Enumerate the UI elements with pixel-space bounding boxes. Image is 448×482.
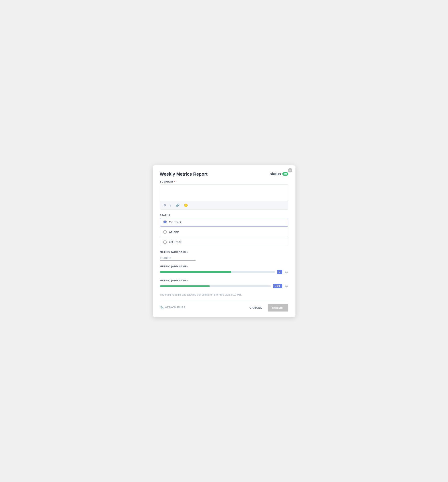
summary-label: SUMMARY* xyxy=(160,180,288,183)
attach-files-button[interactable]: 📎 ATTACH FILES xyxy=(160,306,185,309)
metric-1-title: METRIC (ADD NAME) xyxy=(160,251,288,253)
cancel-button[interactable]: CANCEL xyxy=(247,304,265,311)
metric-3-value-badge: 70% xyxy=(273,284,282,288)
status-radio-off-track[interactable] xyxy=(163,240,167,244)
modal-header: Weekly Metrics Report status net xyxy=(160,172,288,177)
metric-2-slider-fill xyxy=(160,271,231,273)
metric-3-remove-button[interactable]: ⊗ xyxy=(284,284,288,289)
modal-title: Weekly Metrics Report xyxy=(160,172,208,177)
link-button[interactable]: 🔗 xyxy=(175,203,181,208)
status-label-off-track: Off Track xyxy=(169,240,182,244)
metric-3-title: METRIC (ADD NAME) xyxy=(160,279,288,282)
emoji-button[interactable]: 🙂 xyxy=(183,203,189,208)
summary-textarea[interactable] xyxy=(160,185,288,200)
status-option-at-risk[interactable]: At Risk xyxy=(160,228,288,236)
metric-2-slider-row: 9 ⊗ xyxy=(160,270,288,275)
metric-2-value-badge: 9 xyxy=(277,270,282,274)
metric-2-block: METRIC (ADD NAME) 9 ⊗ xyxy=(160,265,288,275)
editor-toolbar: B I 🔗 🙂 xyxy=(160,201,288,209)
metric-2-slider-track[interactable] xyxy=(160,271,275,273)
status-option-on-track[interactable]: On Track xyxy=(160,218,288,226)
required-star: * xyxy=(174,180,175,183)
metric-1-input[interactable] xyxy=(160,255,196,261)
status-section: STATUS On Track At Risk Off Track xyxy=(160,214,288,246)
modal-footer: 📎 ATTACH FILES CANCEL SUBMIT xyxy=(160,300,288,312)
footer-actions: CANCEL SUBMIT xyxy=(247,304,288,312)
italic-button[interactable]: I xyxy=(169,203,172,208)
summary-editor: B I 🔗 🙂 xyxy=(160,184,288,209)
page-wrapper: Weekly Metrics Report status net × SUMMA… xyxy=(0,0,448,482)
metric-3-slider-row: 70% ⊗ xyxy=(160,284,288,289)
status-radio-at-risk[interactable] xyxy=(163,230,167,234)
metric-3-block: METRIC (ADD NAME) 70% ⊗ xyxy=(160,279,288,289)
file-size-note: The maximum file size allowed per upload… xyxy=(160,293,288,296)
close-button[interactable]: × xyxy=(288,168,292,172)
submit-button[interactable]: SUBMIT xyxy=(267,304,288,312)
brand-logo: status net xyxy=(270,172,288,176)
metric-2-remove-button[interactable]: ⊗ xyxy=(284,270,288,275)
metric-3-slider-track[interactable] xyxy=(160,285,271,287)
status-label: STATUS xyxy=(160,214,288,217)
summary-section: SUMMARY* B I 🔗 🙂 xyxy=(160,180,288,209)
bold-button[interactable]: B xyxy=(163,203,167,208)
metric-1-input-row xyxy=(160,255,288,261)
brand-text: status xyxy=(270,172,281,176)
metric-2-title: METRIC (ADD NAME) xyxy=(160,265,288,268)
modal-dialog: Weekly Metrics Report status net × SUMMA… xyxy=(153,165,295,317)
status-label-on-track: On Track xyxy=(169,220,182,224)
metric-3-slider-fill xyxy=(160,285,210,287)
brand-badge: net xyxy=(282,172,288,176)
paperclip-icon: 📎 xyxy=(160,306,164,309)
status-radio-on-track[interactable] xyxy=(163,220,167,224)
status-label-at-risk: At Risk xyxy=(169,230,179,234)
status-option-off-track[interactable]: Off Track xyxy=(160,238,288,246)
metric-1-block: METRIC (ADD NAME) xyxy=(160,251,288,261)
attach-label: ATTACH FILES xyxy=(165,306,185,309)
